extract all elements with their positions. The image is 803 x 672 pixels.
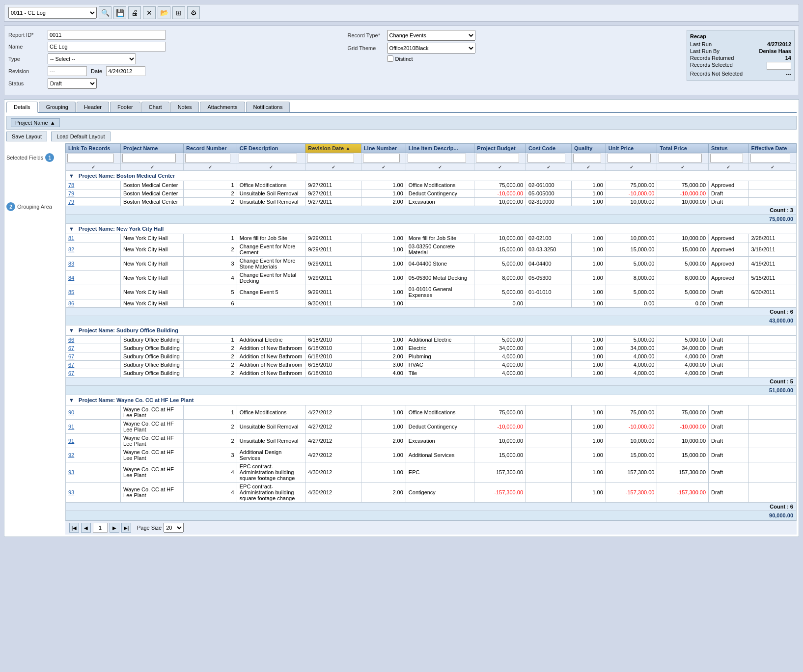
save-layout-button[interactable]: Save Layout xyxy=(6,132,47,141)
col-header-eff[interactable]: Effective Date xyxy=(748,144,797,153)
cell-record: 2 xyxy=(183,189,237,198)
col-header-status[interactable]: Status xyxy=(709,144,748,153)
col-header-total[interactable]: Total Price xyxy=(657,144,709,153)
distinct-checkbox[interactable] xyxy=(387,55,393,62)
filter-unit-input[interactable] xyxy=(608,154,651,162)
filter-record-input[interactable] xyxy=(185,154,230,162)
col-header-quality[interactable]: Quality xyxy=(572,144,606,153)
name-input[interactable] xyxy=(48,42,166,52)
col-header-ce[interactable]: CE Description xyxy=(237,144,305,153)
status-select[interactable]: Draft xyxy=(48,78,97,89)
cell-link[interactable]: 84 xyxy=(66,271,121,285)
search-button[interactable]: 🔍 xyxy=(99,6,111,19)
cell-rev-date: 6/18/2010 xyxy=(305,369,361,377)
cell-link[interactable]: 91 xyxy=(66,434,121,448)
filter-eff-input[interactable] xyxy=(750,154,790,162)
filter-line-input[interactable] xyxy=(363,154,400,162)
window-title-select[interactable]: 0011 - CE Log xyxy=(8,7,97,19)
cell-link[interactable]: 78 xyxy=(66,181,121,189)
cell-link[interactable]: 82 xyxy=(66,242,121,257)
col-header-line[interactable]: Line Number xyxy=(361,144,406,153)
cell-cost-code: 05-005000 xyxy=(526,189,572,198)
filter-cost-input[interactable] xyxy=(527,154,565,162)
cell-link[interactable]: 67 xyxy=(66,352,121,361)
col-header-rev-date[interactable]: Revision Date ▲ xyxy=(305,144,361,153)
col-header-desc[interactable]: Line Item Descrip... xyxy=(406,144,474,153)
filter-desc xyxy=(406,153,474,163)
filter-status-input[interactable] xyxy=(710,154,743,162)
cell-link[interactable]: 93 xyxy=(66,483,121,503)
cell-ce-desc: Office Modifications xyxy=(237,181,305,189)
cell-link[interactable]: 79 xyxy=(66,189,121,198)
cell-link[interactable]: 85 xyxy=(66,285,121,299)
cell-total-price: 15,000.00 xyxy=(657,242,709,257)
last-page-button[interactable]: ▶| xyxy=(121,523,131,533)
cell-link[interactable]: 86 xyxy=(66,299,121,308)
first-page-button[interactable]: |◀ xyxy=(69,523,79,533)
records-selected-input[interactable] xyxy=(767,62,791,70)
cell-line-desc: More fill for Job Site xyxy=(406,234,474,242)
cell-ce-desc: More fill for Job Site xyxy=(237,234,305,242)
page-size-select[interactable]: 20 10 50 100 xyxy=(164,523,184,533)
col-header-unit[interactable]: Unit Price xyxy=(606,144,657,153)
revision-input[interactable] xyxy=(48,66,87,76)
tab-grouping[interactable]: Grouping xyxy=(39,102,76,112)
settings-button[interactable]: ⚙ xyxy=(187,6,200,19)
open-button[interactable]: 📂 xyxy=(158,6,170,19)
col-header-project[interactable]: Project Name xyxy=(121,144,184,153)
cell-link[interactable]: 92 xyxy=(66,448,121,462)
group-chip-project-name[interactable]: Project Name ▲ xyxy=(11,118,60,127)
cell-project: Sudbury Office Building xyxy=(121,361,184,369)
filter-budget-input[interactable] xyxy=(476,154,519,162)
tab-chart[interactable]: Chart xyxy=(141,102,169,112)
cell-link[interactable]: 81 xyxy=(66,234,121,242)
cell-link[interactable]: 91 xyxy=(66,420,121,434)
delete-button[interactable]: ✕ xyxy=(143,6,156,19)
cell-line-num: 2.00 xyxy=(361,434,406,448)
tab-header[interactable]: Header xyxy=(77,102,109,112)
cell-unit-price: -10,000.00 xyxy=(606,420,657,434)
filter-ce-input[interactable] xyxy=(239,154,297,162)
filter-total xyxy=(657,153,709,163)
cell-link[interactable]: 66 xyxy=(66,336,121,344)
cell-link[interactable]: 67 xyxy=(66,344,121,352)
cell-ce-desc: Additional Design Services xyxy=(237,448,305,462)
tab-details[interactable]: Details xyxy=(6,102,38,113)
tab-notes[interactable]: Notes xyxy=(170,102,199,112)
cell-link[interactable]: 67 xyxy=(66,369,121,377)
cell-link[interactable]: 90 xyxy=(66,405,121,420)
cell-link[interactable]: 93 xyxy=(66,462,121,483)
count-cell: Count : 6 xyxy=(66,308,797,316)
date-input[interactable] xyxy=(106,66,145,76)
grid-button[interactable]: ⊞ xyxy=(172,6,185,19)
filter-desc-input[interactable] xyxy=(408,154,466,162)
filter-project-input[interactable] xyxy=(122,154,176,162)
report-id-input[interactable] xyxy=(48,30,166,40)
record-type-select[interactable]: Change Events xyxy=(387,30,475,41)
cell-budget: 8,000.00 xyxy=(474,271,526,285)
type-select[interactable]: -- Select -- xyxy=(48,54,136,64)
count-cell: Count : 3 xyxy=(66,206,797,215)
col-header-link[interactable]: Link To Records xyxy=(66,144,121,153)
col-header-record[interactable]: Record Number xyxy=(183,144,237,153)
tab-footer[interactable]: Footer xyxy=(110,102,140,112)
tab-attachments[interactable]: Attachments xyxy=(200,102,245,112)
cell-link[interactable]: 83 xyxy=(66,257,121,271)
load-default-layout-button[interactable]: Load Default Layout xyxy=(51,132,110,141)
cell-record: 1 xyxy=(183,181,237,189)
col-header-cost[interactable]: Cost Code xyxy=(526,144,572,153)
page-number-input[interactable] xyxy=(93,523,108,533)
filter-total-input[interactable] xyxy=(659,154,702,162)
save-button[interactable]: 💾 xyxy=(113,6,126,19)
grid-theme-select[interactable]: Office2010Black xyxy=(387,43,475,54)
cell-link[interactable]: 79 xyxy=(66,198,121,206)
prev-page-button[interactable]: ◀ xyxy=(81,523,91,533)
col-header-budget[interactable]: Project Budget xyxy=(474,144,526,153)
next-page-button[interactable]: ▶ xyxy=(110,523,119,533)
tab-notifications[interactable]: Notifications xyxy=(246,102,290,112)
filter-link-input[interactable] xyxy=(67,154,114,162)
cell-link[interactable]: 67 xyxy=(66,361,121,369)
filter-quality-input[interactable] xyxy=(573,154,601,162)
print-button[interactable]: 🖨 xyxy=(128,6,141,19)
filter-rev-input[interactable] xyxy=(307,154,354,162)
